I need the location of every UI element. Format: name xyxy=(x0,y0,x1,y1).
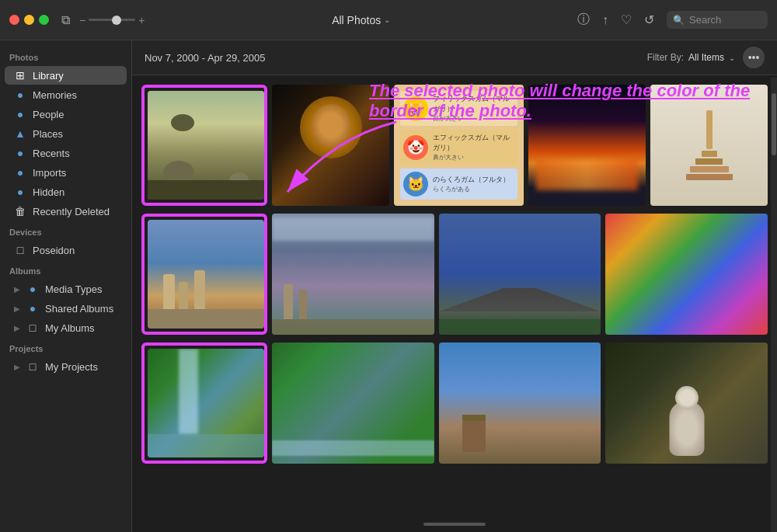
rotate-icon[interactable]: ↺ xyxy=(644,12,654,27)
sidebar-item-poseidon[interactable]: □ Poseidon xyxy=(5,241,127,259)
sidebar-section-photos: Photos xyxy=(0,47,131,65)
imports-icon: ● xyxy=(14,166,26,179)
sidebar-item-library[interactable]: ⊞ Library xyxy=(5,66,127,85)
photo-river-forest[interactable] xyxy=(272,342,434,464)
sidebar-item-hidden[interactable]: ● Hidden xyxy=(5,183,127,201)
photo-colorful-fruit[interactable] xyxy=(605,214,768,335)
content-area: Nov 7, 2000 - Apr 29, 2005 Filter By: Al… xyxy=(132,40,777,532)
shared-albums-icon: ● xyxy=(26,302,39,315)
photo-astronaut[interactable] xyxy=(605,342,768,464)
sidebar-item-label: My Projects xyxy=(45,361,117,373)
my-albums-icon: □ xyxy=(26,322,39,334)
sidebar-item-recents[interactable]: ● Recents xyxy=(5,144,127,162)
expand-icon: ▶ xyxy=(14,324,20,332)
close-button[interactable] xyxy=(9,15,19,25)
search-box[interactable]: 🔍 Search xyxy=(667,11,768,29)
sidebar-section-albums: Albums xyxy=(0,260,131,279)
sidebar-item-label: Media Types xyxy=(45,283,117,295)
fullscreen-button[interactable] xyxy=(39,15,49,25)
expand-icon: ▶ xyxy=(14,304,20,313)
photo-table-mountain[interactable] xyxy=(439,214,601,335)
date-range: Nov 7, 2000 - Apr 29, 2005 xyxy=(145,52,265,64)
media-types-icon: ● xyxy=(26,283,39,295)
expand-icon: ▶ xyxy=(14,363,20,371)
photo-twelve-apostles-selected[interactable] xyxy=(148,220,264,329)
sidebar-section-devices: Devices xyxy=(0,221,131,240)
toolbar-controls: ⧉ − + xyxy=(61,13,145,27)
filter-chevron-icon: ⌄ xyxy=(729,54,735,62)
sidebar-item-my-projects[interactable]: ▶ □ My Projects xyxy=(5,357,127,376)
sidebar-item-recently-deleted[interactable]: 🗑 Recently Deleted xyxy=(5,202,127,221)
filter-label: Filter By: xyxy=(647,52,684,63)
content-header: Nov 7, 2000 - Apr 29, 2005 Filter By: Al… xyxy=(132,40,777,75)
sidebar-item-label: Hidden xyxy=(33,186,117,198)
titlebar-center: All Photos ⌄ xyxy=(145,14,577,26)
hidden-icon: ● xyxy=(14,186,26,198)
expand-icon: ▶ xyxy=(14,285,20,294)
people-icon: ● xyxy=(14,108,26,120)
titlebar: ⧉ − + All Photos ⌄ ⓘ ↑ ♡ ↺ 🔍 Search xyxy=(0,0,777,40)
device-icon: □ xyxy=(14,244,26,256)
sidebar-item-places[interactable]: ▲ Places xyxy=(5,124,127,143)
favorite-icon[interactable]: ♡ xyxy=(621,12,632,27)
filter-value: All Items xyxy=(688,52,724,63)
photo-castle-cliffs[interactable] xyxy=(439,342,601,464)
zoom-track[interactable] xyxy=(89,19,135,21)
photo-wooden-stack[interactable] xyxy=(650,85,768,206)
more-options-button[interactable]: ••• xyxy=(743,47,765,68)
photo-coastal-rocks[interactable] xyxy=(272,214,434,335)
title-chevron-icon: ⌄ xyxy=(384,16,390,24)
memories-icon: ● xyxy=(14,89,26,101)
traffic-lights xyxy=(9,15,49,25)
sidebar-item-label: Shared Albums xyxy=(45,303,117,315)
search-icon: 🔍 xyxy=(673,15,685,26)
sidebar-item-label: Library xyxy=(33,70,117,82)
photo-row: 😸 フィリックスガム（マルガリ） 目が大きい 🤡 エフィックスガム（マルガリ） … xyxy=(141,85,768,206)
my-projects-icon: □ xyxy=(26,360,39,373)
titlebar-right: ⓘ ↑ ♡ ↺ 🔍 Search xyxy=(577,11,768,29)
zoom-plus-icon[interactable]: + xyxy=(138,14,145,26)
photo-row xyxy=(141,342,768,464)
scrollbar-hint xyxy=(423,523,486,526)
sidebar-section-projects: Projects xyxy=(0,338,131,356)
info-icon[interactable]: ⓘ xyxy=(577,12,590,28)
zoom-minus-icon[interactable]: − xyxy=(79,14,85,26)
slideshow-icon[interactable]: ⧉ xyxy=(61,13,70,27)
sidebar-item-label: Recents xyxy=(33,148,117,159)
sidebar-item-memories[interactable]: ● Memories xyxy=(5,85,127,104)
sidebar-item-label: Memories xyxy=(33,89,117,101)
places-icon: ▲ xyxy=(14,127,26,140)
photo-rock-garden[interactable] xyxy=(148,91,264,200)
trash-icon: 🗑 xyxy=(14,205,26,217)
photo-waterfall-selected[interactable] xyxy=(148,349,264,457)
sidebar-item-label: Recently Deleted xyxy=(33,206,117,217)
photo-japanese-cards[interactable]: 😸 フィリックスガム（マルガリ） 目が大きい 🤡 エフィックスガム（マルガリ） … xyxy=(394,85,524,206)
scrollbar-thumb[interactable] xyxy=(772,93,776,155)
photo-city-lights[interactable] xyxy=(528,85,646,206)
window-title: All Photos xyxy=(332,14,381,26)
sidebar-item-label: My Albums xyxy=(45,322,117,334)
sidebar-item-label: People xyxy=(33,109,117,120)
sidebar-item-imports[interactable]: ● Imports xyxy=(5,163,127,182)
main-layout: Photos ⊞ Library ● Memories ● People ▲ P… xyxy=(0,40,777,532)
library-icon: ⊞ xyxy=(14,69,26,82)
zoom-thumb[interactable] xyxy=(112,16,121,25)
filter-by[interactable]: Filter By: All Items ⌄ xyxy=(647,52,735,63)
sidebar-item-label: Poseidon xyxy=(33,245,117,256)
recents-icon: ● xyxy=(14,147,26,159)
search-input[interactable]: Search xyxy=(689,14,721,26)
zoom-slider[interactable]: − + xyxy=(79,14,145,26)
sidebar-item-shared-albums[interactable]: ▶ ● Shared Albums xyxy=(5,299,127,318)
sidebar-item-label: Imports xyxy=(33,167,117,179)
sidebar-item-people[interactable]: ● People xyxy=(5,105,127,123)
sidebar-item-my-albums[interactable]: ▶ □ My Albums xyxy=(5,318,127,337)
sidebar-item-label: Places xyxy=(33,128,117,140)
sidebar: Photos ⊞ Library ● Memories ● People ▲ P… xyxy=(0,40,132,532)
sidebar-item-media-types[interactable]: ▶ ● Media Types xyxy=(5,280,127,298)
photo-lion[interactable] xyxy=(272,85,389,206)
minimize-button[interactable] xyxy=(24,15,34,25)
share-icon[interactable]: ↑ xyxy=(602,13,608,27)
scrollbar-track[interactable] xyxy=(771,78,777,532)
photo-row xyxy=(141,214,768,335)
photo-grid: 😸 フィリックスガム（マルガリ） 目が大きい 🤡 エフィックスガム（マルガリ） … xyxy=(132,75,777,532)
